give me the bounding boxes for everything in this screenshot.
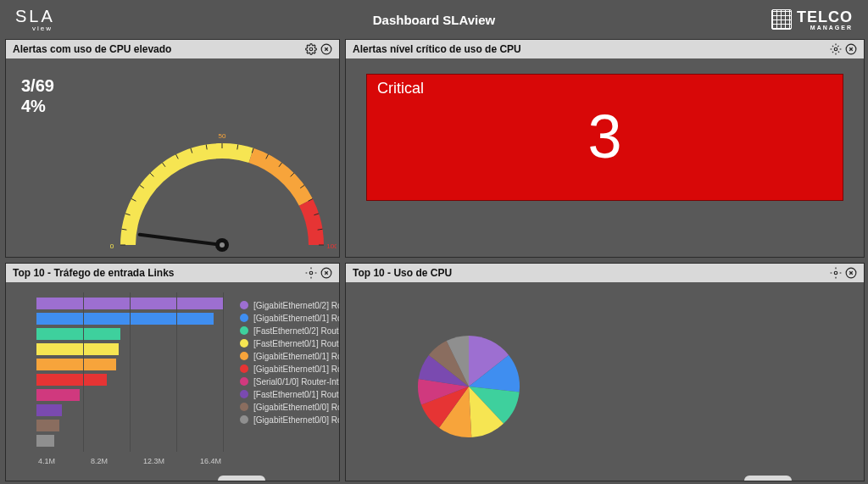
pie-chart xyxy=(414,331,524,442)
legend-item[interactable]: [GigabitEthernet0/1] Rot xyxy=(240,363,340,375)
legend-item[interactable]: [GigabitEthernet0/1] Rot xyxy=(240,350,340,362)
legend-item[interactable]: [GigabitEthernet0/0] Rot xyxy=(240,414,340,426)
logo-left: SLA view xyxy=(15,7,55,32)
panel-header: Top 10 - Tráfego de entrada Links xyxy=(6,264,339,282)
gear-icon[interactable] xyxy=(830,267,842,279)
logo-right-sub: MANAGER xyxy=(797,25,853,31)
panel-header: Alertas nível crítico de uso de CPU xyxy=(346,40,864,58)
legend-swatch xyxy=(240,301,248,309)
panel-top-cpu: Top 10 - Uso de CPU [0] Router-Internet … xyxy=(345,263,865,481)
legend-item[interactable]: [Serial0/1/0] Router-Int xyxy=(240,376,340,387)
legend-swatch xyxy=(240,403,248,411)
panel-title: Alertas com uso de CPU elevado xyxy=(13,43,171,55)
logo-right-name: TELCO xyxy=(797,8,853,25)
critical-label: Critical xyxy=(367,75,843,97)
pager-pill[interactable] xyxy=(218,476,265,481)
svg-line-26 xyxy=(140,235,222,245)
legend-label: [GigabitEthernet0/2] Rot xyxy=(253,301,340,310)
legend-swatch xyxy=(240,326,248,335)
x-axis: 4.1M8.2M12.3M16.4M xyxy=(36,457,223,465)
svg-point-33 xyxy=(834,271,837,275)
close-icon[interactable] xyxy=(320,43,332,55)
svg-text:0: 0 xyxy=(110,242,114,250)
close-icon[interactable] xyxy=(845,267,857,279)
dashboard-grid: Alertas com uso de CPU elevado 3/69 4% 0… xyxy=(0,39,868,481)
legend: [GigabitEthernet0/2] Rot[GigabitEthernet… xyxy=(240,299,340,426)
gauge-stats: 3/69 4% xyxy=(21,75,54,116)
panel-title: Top 10 - Tráfego de entrada Links xyxy=(13,267,174,279)
panel-cpu-critical: Alertas nível crítico de uso de CPU Crit… xyxy=(345,39,865,258)
panel-cpu-elevated: Alertas com uso de CPU elevado 3/69 4% 0… xyxy=(5,39,340,258)
panel-header: Top 10 - Uso de CPU xyxy=(346,264,864,282)
critical-indicator: Critical 3 xyxy=(366,74,843,201)
legend-label: [Serial0/1/0] Router-Int xyxy=(253,377,339,387)
svg-text:100: 100 xyxy=(326,242,337,250)
legend-swatch xyxy=(240,314,248,322)
legend-label: [GigabitEthernet0/0] Rot xyxy=(253,403,340,412)
legend-item[interactable]: [FastEthernet0/1] Route xyxy=(240,388,340,400)
gear-icon[interactable] xyxy=(305,43,317,55)
panel-title: Alertas nível crítico de uso de CPU xyxy=(353,43,521,55)
legend-swatch xyxy=(240,415,248,424)
legend-label: [GigabitEthernet0/1] Rot xyxy=(253,352,340,361)
legend-swatch xyxy=(240,352,248,360)
logo-right: TELCO MANAGER xyxy=(771,8,853,31)
svg-text:50: 50 xyxy=(219,132,226,140)
legend-item[interactable]: [GigabitEthernet0/2] Rot xyxy=(240,299,340,311)
legend-label: [FastEthernet0/1] Route xyxy=(253,339,340,348)
svg-point-29 xyxy=(834,47,837,51)
legend-label: [GigabitEthernet0/0] Rot xyxy=(253,415,340,425)
logo-left-big: SLA xyxy=(15,7,55,25)
bar-chart: 4.1M8.2M12.3M16.4M xyxy=(36,298,223,464)
legend-label: [GigabitEthernet0/1] Rot xyxy=(253,364,340,374)
gear-icon[interactable] xyxy=(305,267,317,279)
panel-title: Top 10 - Uso de CPU xyxy=(353,267,452,279)
legend-swatch xyxy=(240,377,248,386)
svg-point-31 xyxy=(309,271,313,275)
gauge-ratio: 3/69 xyxy=(21,75,54,96)
panel-top-traffic: Top 10 - Tráfego de entrada Links 4.1M8.… xyxy=(5,263,340,481)
legend-label: [FastEthernet0/2] Route xyxy=(253,326,340,336)
critical-count: 3 xyxy=(367,97,843,177)
gear-icon[interactable] xyxy=(830,43,842,55)
close-icon[interactable] xyxy=(845,43,857,55)
legend-label: [GigabitEthernet0/1] Rot xyxy=(253,314,340,323)
legend-item[interactable]: [GigabitEthernet0/0] Rot xyxy=(240,401,340,413)
pager-pill[interactable] xyxy=(744,476,792,481)
legend-swatch xyxy=(240,364,248,373)
legend-label: [FastEthernet0/1] Route xyxy=(253,390,340,399)
gauge-chart: 050100 xyxy=(108,92,337,258)
page-title: Dashboard SLAview xyxy=(373,13,495,27)
close-icon[interactable] xyxy=(320,267,332,279)
legend-item[interactable]: [GigabitEthernet0/1] Rot xyxy=(240,312,340,324)
gauge-percent: 4% xyxy=(21,96,54,116)
svg-point-28 xyxy=(220,242,225,248)
app-header: SLA view Dashboard SLAview TELCO MANAGER xyxy=(0,0,868,39)
globe-icon xyxy=(771,9,792,30)
legend-swatch xyxy=(240,390,248,398)
legend-swatch xyxy=(240,339,248,348)
logo-left-small: view xyxy=(32,25,55,32)
panel-header: Alertas com uso de CPU elevado xyxy=(6,40,339,58)
svg-point-0 xyxy=(309,47,313,51)
legend-item[interactable]: [FastEthernet0/1] Route xyxy=(240,337,340,349)
legend-item[interactable]: [FastEthernet0/2] Route xyxy=(240,325,340,337)
